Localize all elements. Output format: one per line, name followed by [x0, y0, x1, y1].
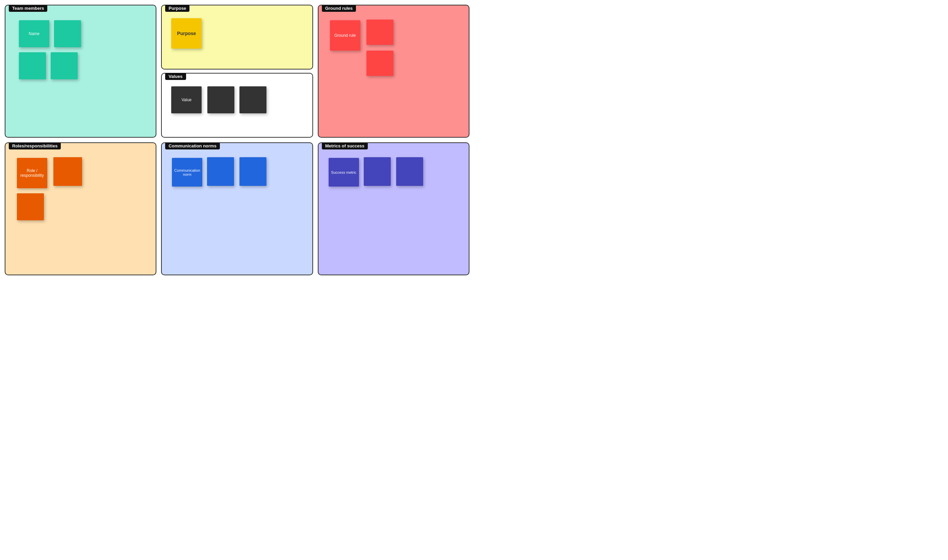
roles-section: Roles/responsibilities Role / responsibi…: [5, 142, 156, 275]
ground-label: Ground rules: [322, 5, 356, 12]
metrics-sticky-3[interactable]: [396, 157, 423, 186]
roles-sticky-1[interactable]: Role / responsibility: [17, 158, 47, 188]
team-sticky-4[interactable]: [51, 52, 78, 79]
team-sticky-3[interactable]: [19, 52, 46, 79]
team-content: Name: [9, 17, 151, 133]
center-top-cell: Purpose Purpose Values Value: [161, 5, 313, 138]
values-section: Values Value: [161, 73, 313, 138]
values-label: Values: [165, 73, 186, 80]
metrics-sticky-1[interactable]: Success metric: [329, 158, 359, 186]
roles-content: Role / responsibility: [9, 154, 151, 271]
comm-sticky-2[interactable]: [207, 157, 234, 186]
metrics-section: Metrics of success Success metric: [318, 142, 469, 275]
purpose-section: Purpose Purpose: [161, 5, 313, 69]
team-label: Team members: [9, 5, 47, 12]
purpose-content: Purpose: [165, 15, 309, 65]
ground-sticky-3[interactable]: [366, 51, 394, 76]
comm-sticky-3[interactable]: [239, 157, 267, 186]
comm-sticky-1[interactable]: Communication norm: [172, 158, 202, 186]
ground-sticky-1[interactable]: Ground rule: [330, 20, 360, 51]
ground-section: Ground rules Ground rule: [318, 5, 469, 138]
metrics-label: Metrics of success: [322, 142, 368, 149]
values-content: Value: [165, 84, 309, 134]
team-sticky-1[interactable]: Name: [19, 20, 49, 47]
roles-sticky-2[interactable]: [53, 157, 82, 186]
comm-section: Communication norms Communication norm: [161, 142, 313, 275]
purpose-label: Purpose: [165, 5, 190, 12]
values-sticky-3[interactable]: [239, 86, 267, 113]
values-sticky-2[interactable]: [207, 86, 235, 113]
comm-content: Communication norm: [166, 154, 308, 271]
metrics-content: Success metric: [323, 154, 465, 271]
team-sticky-2[interactable]: [54, 20, 81, 47]
ground-content: Ground rule: [323, 17, 465, 133]
ground-sticky-2[interactable]: [366, 20, 394, 45]
values-sticky-1[interactable]: Value: [171, 86, 202, 113]
team-section: Team members Name: [5, 5, 156, 138]
purpose-sticky[interactable]: Purpose: [171, 18, 202, 49]
roles-label: Roles/responsibilities: [9, 142, 61, 149]
metrics-sticky-2[interactable]: [364, 157, 391, 186]
comm-label: Communication norms: [165, 142, 220, 149]
roles-sticky-3[interactable]: [17, 193, 44, 220]
board: Team members Name Purpose Purpose Values…: [0, 0, 474, 280]
